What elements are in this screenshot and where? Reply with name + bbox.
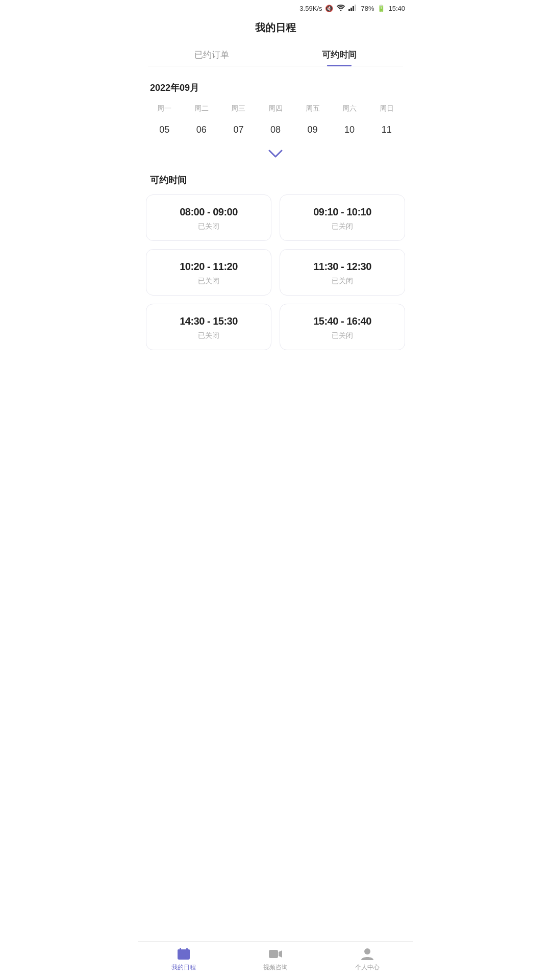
day-10[interactable]: 10 [331,120,368,139]
time-range-0800: 08:00 - 09:00 [153,206,265,218]
time-status-1430: 已关闭 [153,331,265,340]
time-slot-1020[interactable]: 10:20 - 11:20 已关闭 [146,249,271,296]
time-range-0910: 09:10 - 10:10 [286,206,398,218]
time-slot-1430[interactable]: 14:30 - 15:30 已关闭 [146,304,271,350]
weekday-mon: 周一 [146,102,183,115]
time-slot-1130[interactable]: 11:30 - 12:30 已关闭 [280,249,405,296]
day-06[interactable]: 06 [183,120,220,139]
network-speed: 3.59K/s [299,5,322,12]
time-range-1020: 10:20 - 11:20 [153,261,265,273]
tab-orders[interactable]: 已约订单 [148,43,276,66]
svg-rect-3 [353,6,354,11]
time-row-3: 14:30 - 15:30 已关闭 15:40 - 16:40 已关闭 [146,304,405,350]
day-08[interactable]: 08 [257,120,294,139]
weekday-wed: 周三 [220,102,257,115]
mute-icon: 🔇 [325,5,333,12]
svg-rect-4 [355,5,356,11]
time-status-1020: 已关闭 [153,277,265,286]
clock: 15:40 [388,5,405,12]
svg-rect-2 [350,8,352,11]
time-range-1540: 15:40 - 16:40 [286,315,398,327]
weekday-fri: 周五 [294,102,331,115]
calendar: 周一 周二 周三 周四 周五 周六 周日 05 06 07 08 09 10 1… [138,102,413,139]
weekday-sat: 周六 [331,102,368,115]
days-row: 05 06 07 08 09 10 11 [146,120,405,139]
day-05[interactable]: 05 [146,120,183,139]
time-status-1540: 已关闭 [286,331,398,340]
weekday-tue: 周二 [183,102,220,115]
wifi-icon [336,4,345,13]
time-slots-container: 08:00 - 09:00 已关闭 09:10 - 10:10 已关闭 10:2… [138,194,413,350]
weekday-thu: 周四 [257,102,294,115]
time-row-2: 10:20 - 11:20 已关闭 11:30 - 12:30 已关闭 [146,249,405,296]
expand-calendar-button[interactable] [138,143,413,172]
time-slot-0800[interactable]: 08:00 - 09:00 已关闭 [146,194,271,241]
day-07[interactable]: 07 [220,120,257,139]
day-11[interactable]: 11 [368,120,405,139]
time-row-1: 08:00 - 09:00 已关闭 09:10 - 10:10 已关闭 [146,194,405,241]
day-09[interactable]: 09 [294,120,331,139]
time-range-1430: 14:30 - 15:30 [153,315,265,327]
svg-point-0 [340,10,342,12]
time-slot-1540[interactable]: 15:40 - 16:40 已关闭 [280,304,405,350]
weekday-sun: 周日 [368,102,405,115]
month-label: 2022年09月 [138,77,413,102]
tab-available[interactable]: 可约时间 [276,43,403,66]
available-time-title: 可约时间 [138,172,413,194]
time-slot-0910[interactable]: 09:10 - 10:10 已关闭 [280,194,405,241]
svg-rect-1 [348,9,350,11]
time-status-0910: 已关闭 [286,222,398,231]
time-status-0800: 已关闭 [153,222,265,231]
time-range-1130: 11:30 - 12:30 [286,261,398,273]
time-status-1130: 已关闭 [286,277,398,286]
page-title: 我的日程 [138,17,413,43]
tab-bar: 已约订单 可约时间 [148,43,403,66]
status-bar: 3.59K/s 🔇 78% 🔋 15:40 [138,0,413,17]
weekday-headers: 周一 周二 周三 周四 周五 周六 周日 [146,102,405,115]
signal-icon [348,4,358,13]
battery-level: 78% [361,5,374,12]
battery-icon: 🔋 [377,5,385,12]
